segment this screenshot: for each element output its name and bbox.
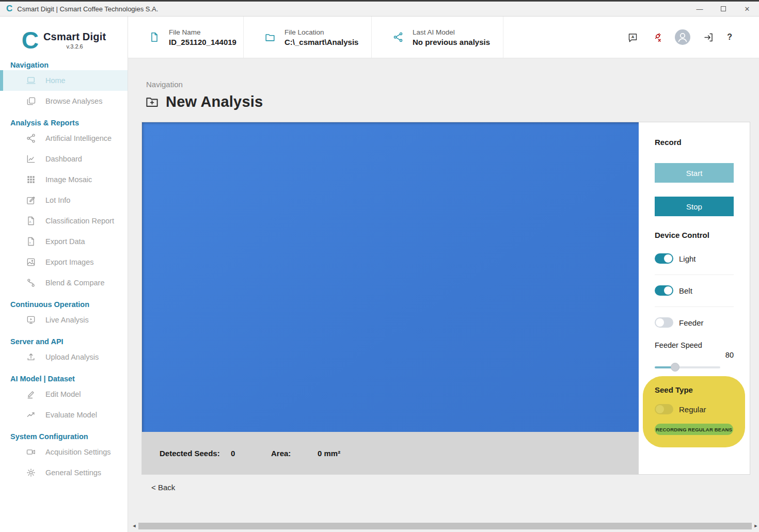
last-ai-model-card: Last AI Model No previous analysis (372, 17, 503, 58)
sign-in-icon[interactable] (703, 32, 714, 43)
recording-status-badge: RECORDING REGULAR BEANS (655, 424, 733, 435)
light-label: Light (679, 254, 696, 263)
sidebar-item-classification-report[interactable]: A Classification Report (0, 211, 128, 231)
branch-icon (26, 278, 36, 288)
file-name-label: File Name (169, 28, 236, 36)
last-ai-model-value: No previous analysis (413, 38, 490, 46)
monitor-play-icon (26, 315, 36, 325)
record-heading: Record (655, 138, 682, 147)
sidebar-item-label: Lot Info (45, 196, 70, 204)
sidebar-item-dashboard[interactable]: Dashboard (0, 149, 128, 169)
feeder-speed-slider[interactable] (655, 363, 720, 372)
share-icon (392, 31, 404, 43)
feeder-speed-label: Feeder Speed (655, 341, 702, 349)
file-icon (149, 31, 160, 43)
divider (655, 275, 734, 275)
sidebar-item-label: Image Mosaic (45, 175, 92, 184)
upload-icon (26, 352, 36, 362)
chart-line-icon (26, 154, 36, 164)
section-server-api: Server and API (10, 336, 128, 347)
image-icon (26, 257, 36, 267)
horizontal-scrollbar: ◄ ► (132, 522, 758, 530)
close-button[interactable]: ✕ (735, 2, 759, 16)
sidebar-item-label: Home (45, 76, 66, 85)
avatar[interactable] (675, 29, 690, 45)
sidebar-item-blend-compare[interactable]: Blend & Compare (0, 272, 128, 293)
sidebar-item-label: Classification Report (45, 217, 114, 225)
sidebar-item-edit-model[interactable]: Edit Model (0, 384, 128, 405)
detected-seeds-value: 0 (231, 449, 235, 458)
scroll-left-arrow-icon[interactable]: ◄ (132, 522, 137, 530)
sidebar-item-evaluate-model[interactable]: Evaluate Model (0, 405, 128, 425)
feeder-speed-value: 80 (655, 351, 734, 359)
scrollbar-thumb[interactable] (138, 523, 752, 529)
windows-stack-icon (26, 96, 36, 106)
grid-icon (26, 174, 36, 185)
sidebar-item-lot-info[interactable]: Lot Info (0, 190, 128, 211)
light-toggle[interactable] (655, 253, 673, 264)
sidebar-item-label: Export Data (45, 237, 85, 246)
section-continuous-operation: Continuous Operation (10, 299, 128, 310)
back-link[interactable]: < Back (151, 483, 175, 492)
sidebar-item-image-mosaic[interactable]: Image Mosaic (0, 169, 128, 190)
feeder-toggle-row: Feeder (655, 316, 704, 329)
language-chat-icon[interactable]: A (627, 32, 638, 43)
section-system-configuration: System Configuration (10, 431, 128, 442)
file-name-value: ID_251120_144019 (169, 38, 236, 46)
sidebar-item-home[interactable]: Home (0, 70, 128, 91)
file-location-card: File Location C:\_csmart\Analysis (244, 17, 372, 58)
status-bar: Detected Seeds: 0 Area: 0 mm² (142, 432, 639, 474)
sidebar-item-label: Export Images (45, 258, 94, 266)
slider-thumb[interactable] (671, 363, 679, 372)
svg-text:A: A (29, 220, 31, 223)
divider (655, 307, 734, 307)
sidebar-item-export-images[interactable]: Export Images (0, 252, 128, 272)
belt-toggle[interactable] (655, 285, 673, 296)
feeder-label: Feeder (679, 318, 704, 327)
analysis-card: Detected Seeds: 0 Area: 0 mm² Record Sta… (141, 122, 750, 475)
file-name-card: File Name ID_251120_144019 (128, 17, 244, 58)
sidebar-item-browse-analyses[interactable]: Browse Analyses (0, 91, 128, 111)
area-value: 0 mm² (318, 449, 340, 458)
pencil-icon (26, 389, 36, 399)
sidebar-item-artificial-intelligence[interactable]: Artificial Intelligence (0, 128, 128, 149)
sidebar-item-live-analysis[interactable]: Live Analysis (0, 310, 128, 330)
section-analysis-reports: Analysis & Reports (10, 118, 128, 128)
start-button[interactable]: Start (655, 163, 734, 183)
sidebar-item-label: Evaluate Model (45, 411, 97, 419)
sidebar-item-upload-analysis[interactable]: Upload Analysis (0, 347, 128, 367)
device-control-heading: Device Control (655, 231, 709, 239)
disconnected-plug-icon[interactable] (651, 32, 662, 43)
folder-plus-icon (145, 95, 159, 109)
help-icon[interactable]: ? (727, 33, 732, 42)
trend-up-icon (26, 410, 36, 420)
sidebar-item-label: Blend & Compare (45, 279, 104, 287)
seed-type-heading: Seed Type (655, 385, 693, 394)
brand-c-icon: C (22, 28, 39, 52)
sidebar-item-label: Upload Analysis (45, 353, 99, 361)
sidebar-item-acquisition-settings[interactable]: Acquisition Settings (0, 442, 128, 462)
file-export-icon: x (26, 236, 36, 247)
seed-type-toggle[interactable] (655, 404, 673, 414)
stop-button[interactable]: Stop (655, 197, 734, 216)
section-navigation: Navigation (10, 60, 128, 70)
scroll-right-arrow-icon[interactable]: ► (753, 522, 758, 530)
belt-label: Belt (679, 286, 692, 295)
breadcrumb: Navigation (146, 80, 183, 89)
video-camera-icon (26, 447, 36, 457)
gear-icon (26, 467, 36, 478)
last-ai-model-label: Last AI Model (413, 28, 490, 36)
feeder-toggle[interactable] (655, 317, 673, 328)
sidebar-item-export-data[interactable]: x Export Data (0, 231, 128, 252)
app-logo-icon: C (6, 4, 12, 14)
sidebar-item-general-settings[interactable]: General Settings (0, 462, 128, 483)
seed-type-highlight: Seed Type Regular RECORDING REGULAR BEAN… (643, 376, 745, 447)
seed-type-toggle-row: Regular (655, 403, 706, 415)
maximize-button[interactable] (711, 2, 735, 16)
app-version: v.3.2.6 (43, 43, 106, 50)
main-content: Navigation New Analysis Detected Seeds: … (128, 58, 759, 532)
minimize-button[interactable]: — (688, 2, 711, 16)
light-toggle-row: Light (655, 252, 696, 265)
seed-type-toggle-label: Regular (679, 405, 706, 414)
sidebar-item-label: General Settings (45, 469, 101, 477)
